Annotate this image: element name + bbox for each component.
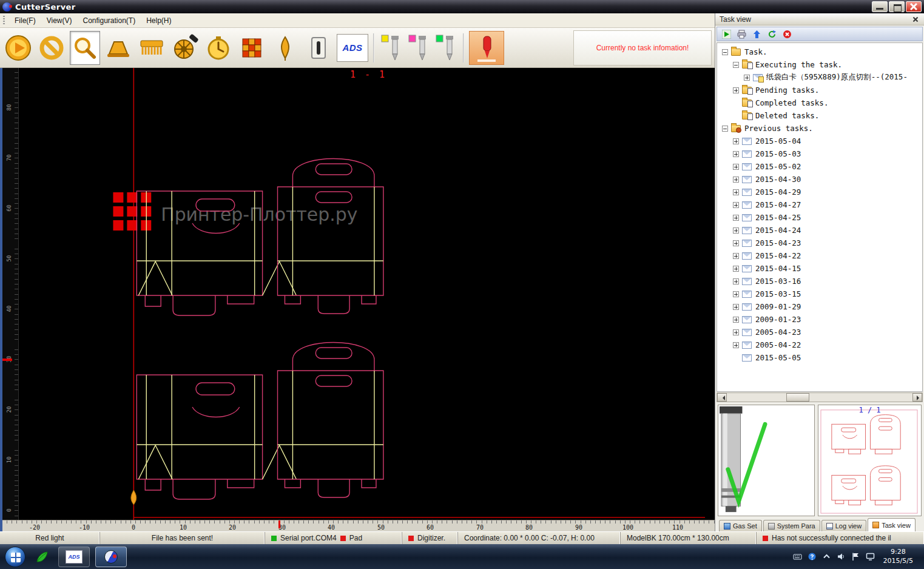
tree-item-pending[interactable]: Pending tasks. [717, 84, 922, 96]
expand-toggle-icon[interactable] [733, 177, 739, 183]
drawing-area[interactable]: 80 70 60 50 40 30 20 10 0 [0, 68, 715, 531]
tree-item-date[interactable]: 2015-05-05 [717, 351, 922, 364]
quick-launch-green-button[interactable] [31, 547, 53, 567]
show-hidden-icons-icon[interactable] [822, 552, 831, 561]
minimize-button[interactable] [872, 1, 888, 12]
tree-item-date[interactable]: 2009-01-29 [717, 300, 922, 313]
tree-item-date[interactable]: 2015-04-29 [717, 186, 922, 198]
expand-toggle-icon[interactable] [733, 253, 739, 259]
expand-toggle-icon[interactable] [733, 304, 739, 310]
diecut-pattern-row-1[interactable] [137, 159, 383, 316]
cutting-canvas[interactable]: 1 - 1 Принтер-Плоттер.ру [19, 68, 715, 520]
tool-pen-green-button[interactable] [434, 31, 458, 65]
taskbar-ads-app-button[interactable]: ADS [58, 547, 90, 567]
expand-toggle-icon[interactable] [733, 342, 739, 348]
expand-toggle-icon[interactable] [733, 138, 739, 144]
stop-button[interactable] [36, 31, 67, 65]
scrollbar-track[interactable] [727, 393, 912, 402]
expand-toggle-icon[interactable] [733, 329, 739, 335]
tree-item-date[interactable]: 2015-04-15 [717, 262, 922, 275]
menu-configuration[interactable]: Configuration(T) [77, 14, 141, 27]
collapse-toggle-icon[interactable] [722, 126, 728, 132]
tree-item-date[interactable]: 2015-04-25 [717, 211, 922, 224]
comb-button[interactable] [137, 31, 167, 65]
move-up-icon[interactable] [752, 30, 761, 39]
expand-toggle-icon[interactable] [733, 227, 739, 234]
print-icon[interactable] [737, 30, 746, 39]
expand-toggle-icon[interactable] [733, 266, 739, 272]
start-button[interactable] [3, 31, 33, 65]
grid-button[interactable] [237, 31, 267, 65]
tree-item-date[interactable]: 2015-05-02 [717, 160, 922, 173]
tree-item-date[interactable]: 2015-05-04 [717, 135, 922, 147]
switch-panel-button[interactable] [303, 31, 334, 65]
tool-pen-yellow-button[interactable] [379, 31, 403, 65]
tree-item-completed[interactable]: Completed tasks. [717, 96, 922, 109]
tree-item-date[interactable]: 2005-04-23 [717, 326, 922, 338]
wheel-button[interactable] [170, 31, 200, 65]
tab-gas-set[interactable]: Gas Set [719, 520, 762, 531]
tree-scrollbar-horizontal[interactable] [717, 392, 923, 402]
tree-item-date[interactable]: 2015-05-03 [717, 147, 922, 160]
timer-button[interactable] [203, 31, 234, 65]
expand-toggle-icon[interactable] [733, 317, 739, 323]
diecut-pattern-row-2[interactable] [137, 343, 383, 500]
expand-toggle-icon[interactable] [733, 215, 739, 221]
tree-item-date[interactable]: 2015-04-27 [717, 198, 922, 211]
restore-button[interactable] [889, 1, 905, 12]
delete-task-icon[interactable] [783, 30, 792, 39]
menu-view[interactable]: View(V) [41, 14, 78, 27]
refresh-icon[interactable] [767, 30, 777, 39]
expand-toggle-icon[interactable] [733, 87, 739, 93]
collapse-toggle-icon[interactable] [733, 62, 739, 68]
menu-help[interactable]: Help(H) [141, 14, 177, 27]
tab-system-para[interactable]: System Para [763, 520, 820, 531]
collapse-toggle-icon[interactable] [722, 49, 728, 55]
tree-item-date[interactable]: 2015-03-16 [717, 275, 922, 288]
panel-close-icon[interactable] [911, 15, 920, 24]
tree-item-task-root[interactable]: Task. [717, 45, 922, 58]
tab-log-view[interactable]: Log view [821, 520, 866, 531]
tree-item-date[interactable]: 2015-04-23 [717, 237, 922, 249]
tree-item-date[interactable]: 2015-04-24 [717, 224, 922, 237]
action-center-flag-icon[interactable] [851, 552, 860, 561]
tree-item-date[interactable]: 2015-04-30 [717, 173, 922, 186]
volume-icon[interactable] [837, 552, 846, 561]
tree-item-date[interactable]: 2015-04-22 [717, 249, 922, 262]
tree-item-date[interactable]: 2005-04-22 [717, 338, 922, 351]
tool-pen-magenta-button[interactable] [406, 31, 431, 65]
ads-button[interactable]: ADS [337, 34, 368, 62]
expand-toggle-icon[interactable] [733, 151, 739, 157]
zoom-button[interactable] [70, 31, 100, 65]
tree-item-date[interactable]: 2009-01-23 [717, 313, 922, 326]
expand-toggle-icon[interactable] [733, 189, 739, 195]
taskbar-cutterserver-app-button[interactable] [95, 547, 127, 567]
keyboard-icon[interactable] [793, 552, 802, 561]
expand-toggle-icon[interactable] [733, 164, 739, 170]
menu-file[interactable]: File(F) [9, 14, 41, 27]
tab-task-view[interactable]: Task view [868, 518, 916, 531]
expand-toggle-icon[interactable] [744, 75, 750, 81]
lamp-button[interactable] [103, 31, 133, 65]
taskbar-clock[interactable]: 9:28 2015/5/5 [883, 548, 913, 565]
plumb-button[interactable] [270, 31, 300, 65]
scroll-right-arrow-icon[interactable] [912, 393, 922, 402]
tree-item-executing-job[interactable]: 纸袋白卡（595X889)原点切割--(2015- [717, 71, 922, 84]
run-task-icon[interactable] [722, 30, 731, 39]
close-button[interactable] [906, 1, 922, 12]
expand-toggle-icon[interactable] [733, 240, 739, 246]
expand-toggle-icon[interactable] [733, 202, 739, 208]
help-icon[interactable] [808, 552, 817, 561]
scrollbar-thumb[interactable] [786, 393, 809, 402]
scroll-left-arrow-icon[interactable] [717, 393, 727, 402]
tree-item-date[interactable]: 2015-03-15 [717, 288, 922, 300]
tree-item-deleted[interactable]: Deleted tasks. [717, 109, 922, 122]
expand-toggle-icon[interactable] [733, 278, 739, 284]
start-orb-button[interactable] [5, 547, 25, 567]
network-icon[interactable] [866, 552, 875, 561]
marker-station-button[interactable] [469, 31, 504, 65]
title-bar[interactable]: CutterServer [0, 0, 924, 13]
tree-item-previous[interactable]: Previous tasks. [717, 122, 922, 135]
tree-item-executing[interactable]: Executing the task. [717, 58, 922, 71]
expand-toggle-icon[interactable] [733, 291, 739, 297]
